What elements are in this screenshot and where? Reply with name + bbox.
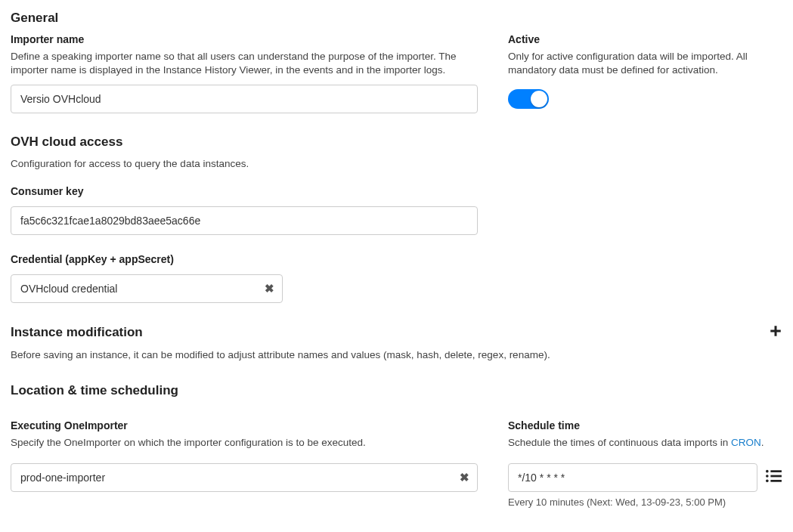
section-location-scheduling: Location & time scheduling Executing One… bbox=[11, 383, 782, 508]
schedule-time-help: Schedule the times of continuous data im… bbox=[508, 436, 782, 450]
schedule-time-hint: Every 10 minutes (Next: Wed, 13-09-23, 5… bbox=[508, 496, 782, 508]
close-icon: ✖ bbox=[460, 471, 469, 484]
svg-rect-3 bbox=[770, 475, 782, 478]
schedule-time-input[interactable] bbox=[508, 463, 757, 492]
importer-name-label: Importer name bbox=[11, 33, 478, 45]
executing-importer-label: Executing OneImporter bbox=[11, 419, 478, 431]
active-help: Only for active configuration data will … bbox=[508, 50, 782, 77]
svg-rect-5 bbox=[770, 480, 782, 482]
credential-clear-button[interactable]: ✖ bbox=[256, 274, 283, 303]
credential-label: Credential (appKey + appSecret) bbox=[11, 253, 782, 265]
svg-point-4 bbox=[766, 480, 769, 483]
section-general: General Importer name Define a speaking … bbox=[11, 11, 782, 113]
svg-point-2 bbox=[766, 475, 769, 478]
cron-link[interactable]: CRON bbox=[731, 437, 761, 448]
section-ovh-access: OVH cloud access Configuration for acces… bbox=[11, 135, 782, 302]
consumer-key-label: Consumer key bbox=[11, 185, 478, 197]
section-instance-modification: Instance modification Before saving an i… bbox=[11, 324, 782, 362]
importer-name-input[interactable] bbox=[11, 85, 478, 113]
heading-ovh: OVH cloud access bbox=[11, 135, 782, 150]
heading-instance-mod: Instance modification bbox=[11, 325, 143, 340]
ovh-desc: Configuration for access to query the da… bbox=[11, 157, 782, 171]
schedule-time-label: Schedule time bbox=[508, 419, 782, 431]
schedule-presets-button[interactable] bbox=[765, 469, 782, 487]
active-label: Active bbox=[508, 33, 782, 45]
add-modification-button[interactable] bbox=[769, 324, 782, 341]
plus-icon bbox=[769, 327, 782, 340]
svg-point-0 bbox=[766, 470, 769, 473]
consumer-key-input[interactable] bbox=[11, 206, 478, 235]
importer-name-help: Define a speaking importer name so that … bbox=[11, 50, 478, 77]
credential-input[interactable] bbox=[11, 274, 283, 303]
close-icon: ✖ bbox=[265, 282, 274, 295]
list-icon bbox=[765, 473, 782, 486]
executing-importer-clear-button[interactable]: ✖ bbox=[451, 463, 478, 492]
heading-location: Location & time scheduling bbox=[11, 383, 782, 398]
active-toggle[interactable] bbox=[508, 89, 549, 109]
instance-mod-desc: Before saving an instance, it can be mod… bbox=[11, 348, 782, 362]
executing-importer-input[interactable] bbox=[11, 463, 478, 492]
executing-importer-help: Specify the OneImporter on which the imp… bbox=[11, 436, 478, 450]
svg-rect-1 bbox=[770, 470, 782, 472]
heading-general: General bbox=[11, 11, 782, 26]
